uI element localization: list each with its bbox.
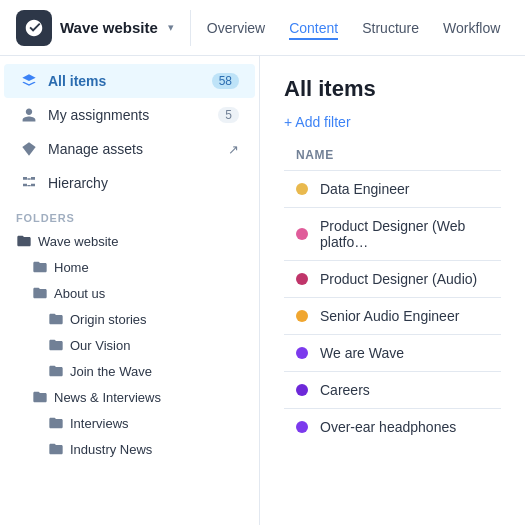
sidebar-all-items-label: All items	[48, 73, 202, 89]
sidebar-item-my-assignments[interactable]: My assignments 5	[4, 98, 255, 132]
sidebar-item-all-items[interactable]: All items 58	[4, 64, 255, 98]
folders-section-label: FOLDERS	[0, 200, 259, 228]
table-row[interactable]: Senior Audio Engineer	[284, 297, 501, 334]
tree-item-interviews[interactable]: Interviews	[0, 410, 259, 436]
body-layout: All items 58 My assignments 5 Manage ass…	[0, 56, 525, 525]
folder-icon	[32, 285, 48, 301]
table-row[interactable]: Over-ear headphones	[284, 408, 501, 445]
tree-label-wave-website: Wave website	[38, 234, 118, 249]
tree-item-join-the-wave[interactable]: Join the Wave	[0, 358, 259, 384]
tree-label-our-vision: Our Vision	[70, 338, 130, 353]
brand-name: Wave website	[60, 19, 158, 36]
page-title: All items	[284, 76, 501, 102]
tree-label-interviews: Interviews	[70, 416, 129, 431]
tree-label-about-us: About us	[54, 286, 105, 301]
row-color-dot	[296, 347, 308, 359]
brand-chevron-icon: ▾	[168, 21, 174, 34]
folder-icon	[48, 441, 64, 457]
folder-icon	[48, 337, 64, 353]
brand[interactable]: Wave website ▾	[16, 10, 191, 46]
tree-label-news-interviews: News & Interviews	[54, 390, 161, 405]
row-name: We are Wave	[320, 345, 404, 361]
nav-items: Overview Content Structure Workflow	[207, 16, 509, 40]
main-content: All items + Add filter Name Data Enginee…	[260, 56, 525, 525]
folder-icon	[48, 311, 64, 327]
nav-content[interactable]: Content	[289, 16, 338, 40]
tree-item-about-us[interactable]: About us	[0, 280, 259, 306]
sidebar-item-hierarchy[interactable]: Hierarchy	[4, 166, 255, 200]
row-color-dot	[296, 183, 308, 195]
tree-item-news-interviews[interactable]: News & Interviews	[0, 384, 259, 410]
row-color-dot	[296, 310, 308, 322]
folder-icon	[48, 363, 64, 379]
row-name: Data Engineer	[320, 181, 410, 197]
add-filter-button[interactable]: + Add filter	[284, 114, 501, 130]
layers-icon	[20, 72, 38, 90]
tree-item-origin-stories[interactable]: Origin stories	[0, 306, 259, 332]
table-row[interactable]: Product Designer (Audio)	[284, 260, 501, 297]
row-name: Product Designer (Audio)	[320, 271, 477, 287]
row-name: Over-ear headphones	[320, 419, 456, 435]
nav-workflow[interactable]: Workflow	[443, 16, 500, 40]
user-icon	[20, 106, 38, 124]
tree-item-industry-news[interactable]: Industry News	[0, 436, 259, 462]
tree-label-join-the-wave: Join the Wave	[70, 364, 152, 379]
row-color-dot	[296, 228, 308, 240]
tree-label-industry-news: Industry News	[70, 442, 152, 457]
tree-label-home: Home	[54, 260, 89, 275]
tree-label-origin-stories: Origin stories	[70, 312, 147, 327]
row-name: Careers	[320, 382, 370, 398]
folder-icon	[32, 259, 48, 275]
brand-logo	[16, 10, 52, 46]
items-table: Name Data Engineer Product Designer (Web…	[284, 148, 501, 445]
row-color-dot	[296, 384, 308, 396]
folder-icon	[32, 389, 48, 405]
row-name: Senior Audio Engineer	[320, 308, 459, 324]
diamond-icon	[20, 140, 38, 158]
sidebar-manage-assets-label: Manage assets	[48, 141, 218, 157]
row-color-dot	[296, 421, 308, 433]
table-column-name: Name	[284, 148, 501, 170]
nav-overview[interactable]: Overview	[207, 16, 265, 40]
folder-icon	[48, 415, 64, 431]
sidebar: All items 58 My assignments 5 Manage ass…	[0, 56, 260, 525]
tree-item-our-vision[interactable]: Our Vision	[0, 332, 259, 358]
sidebar-my-assignments-badge: 5	[218, 107, 239, 123]
sidebar-all-items-badge: 58	[212, 73, 239, 89]
sidebar-item-manage-assets[interactable]: Manage assets ↗	[4, 132, 255, 166]
table-row[interactable]: Product Designer (Web platfo…	[284, 207, 501, 260]
row-color-dot	[296, 273, 308, 285]
folder-icon	[16, 233, 32, 249]
table-row[interactable]: We are Wave	[284, 334, 501, 371]
sidebar-my-assignments-label: My assignments	[48, 107, 208, 123]
row-name: Product Designer (Web platfo…	[320, 218, 489, 250]
table-row[interactable]: Data Engineer	[284, 170, 501, 207]
tree-item-wave-website[interactable]: Wave website	[0, 228, 259, 254]
sidebar-manage-assets-arrow: ↗	[228, 142, 239, 157]
tree-item-home[interactable]: Home	[0, 254, 259, 280]
top-nav: Wave website ▾ Overview Content Structur…	[0, 0, 525, 56]
sidebar-hierarchy-label: Hierarchy	[48, 175, 239, 191]
table-row[interactable]: Careers	[284, 371, 501, 408]
brand-icon	[23, 17, 45, 39]
nav-structure[interactable]: Structure	[362, 16, 419, 40]
hierarchy-icon	[20, 174, 38, 192]
